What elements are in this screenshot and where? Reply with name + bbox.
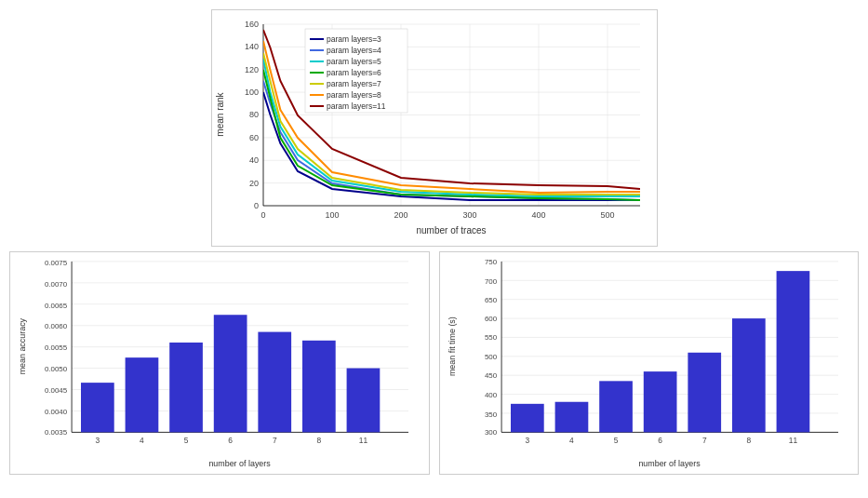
svg-rect-104 <box>511 404 544 433</box>
main-container: 0 20 40 60 80 100 120 140 160 0 100 200 … <box>0 0 868 498</box>
svg-text:300: 300 <box>484 428 497 437</box>
svg-rect-116 <box>776 271 809 432</box>
svg-text:400: 400 <box>484 391 497 399</box>
svg-text:7: 7 <box>273 436 277 445</box>
y-label-right: mean fit time (s) <box>447 316 457 376</box>
bottom-left-chart: 0.0035 0.0040 0.0045 0.0050 0.0055 0.006… <box>9 251 430 475</box>
x-axis-label: number of traces <box>416 225 486 236</box>
svg-text:700: 700 <box>484 277 497 286</box>
svg-text:550: 550 <box>484 333 497 342</box>
svg-text:4: 4 <box>569 436 574 445</box>
svg-text:param layers=5: param layers=5 <box>327 57 381 66</box>
svg-text:0.0040: 0.0040 <box>45 408 68 416</box>
svg-text:8: 8 <box>746 436 751 445</box>
svg-text:500: 500 <box>484 353 497 361</box>
bottom-left-svg: 0.0035 0.0040 0.0045 0.0050 0.0055 0.006… <box>10 252 429 474</box>
svg-text:6: 6 <box>658 436 662 445</box>
svg-rect-70 <box>126 357 159 432</box>
x-label-right: number of layers <box>638 459 701 468</box>
svg-text:0.0060: 0.0060 <box>45 322 68 330</box>
svg-text:5: 5 <box>613 436 618 445</box>
svg-text:8: 8 <box>317 436 322 445</box>
svg-text:500: 500 <box>600 210 614 220</box>
svg-rect-112 <box>688 353 721 433</box>
svg-text:4: 4 <box>140 436 144 445</box>
svg-text:0: 0 <box>260 210 265 220</box>
svg-rect-108 <box>599 381 633 432</box>
svg-text:100: 100 <box>325 210 339 220</box>
svg-text:param layers=6: param layers=6 <box>327 68 381 77</box>
svg-text:400: 400 <box>531 210 545 220</box>
svg-text:100: 100 <box>244 87 258 97</box>
svg-text:0.0055: 0.0055 <box>45 343 68 352</box>
svg-text:11: 11 <box>788 436 797 445</box>
svg-text:5: 5 <box>184 436 189 445</box>
svg-text:40: 40 <box>248 155 258 165</box>
bars-right: 3 4 5 6 7 8 11 <box>511 271 809 445</box>
bottom-row: 0.0035 0.0040 0.0045 0.0050 0.0055 0.006… <box>9 251 859 489</box>
svg-text:120: 120 <box>244 65 258 74</box>
svg-text:140: 140 <box>244 42 258 51</box>
y-labels: 0.0035 0.0040 0.0045 0.0050 0.0055 0.006… <box>45 259 68 437</box>
svg-rect-76 <box>258 332 291 433</box>
svg-text:param layers=3: param layers=3 <box>327 34 381 44</box>
svg-rect-114 <box>732 318 766 432</box>
svg-text:3: 3 <box>96 436 100 445</box>
bars-left: 3 4 5 6 7 8 <box>81 315 380 445</box>
svg-text:0.0035: 0.0035 <box>45 428 68 437</box>
svg-text:450: 450 <box>484 371 497 380</box>
svg-text:750: 750 <box>484 258 497 266</box>
svg-text:0.0045: 0.0045 <box>45 386 68 395</box>
svg-rect-68 <box>81 383 114 432</box>
svg-text:7: 7 <box>701 436 706 445</box>
legend: param layers=3 param layers=4 param laye… <box>305 29 407 113</box>
svg-text:0.0065: 0.0065 <box>45 302 68 310</box>
svg-rect-106 <box>554 402 588 433</box>
svg-text:11: 11 <box>359 436 368 445</box>
bottom-right-chart: 300 350 400 450 500 550 600 650 700 750 … <box>439 251 860 475</box>
svg-text:650: 650 <box>484 296 497 304</box>
y-axis-labels: 0 20 40 60 80 100 120 140 160 <box>244 20 258 210</box>
svg-text:3: 3 <box>525 436 529 445</box>
svg-text:param layers=8: param layers=8 <box>327 90 381 100</box>
top-row: 0 20 40 60 80 100 120 140 160 0 100 200 … <box>9 9 859 247</box>
svg-text:0.0075: 0.0075 <box>45 259 68 267</box>
svg-text:0.0070: 0.0070 <box>45 280 68 289</box>
y-labels-right: 300 350 400 450 500 550 600 650 700 750 <box>484 258 497 437</box>
svg-text:80: 80 <box>248 110 258 119</box>
svg-text:60: 60 <box>248 133 258 142</box>
svg-text:350: 350 <box>484 411 497 419</box>
svg-text:param layers=7: param layers=7 <box>327 79 381 88</box>
x-label-left: number of layers <box>208 459 271 468</box>
svg-rect-72 <box>169 343 203 432</box>
svg-text:6: 6 <box>228 436 233 445</box>
y-label-left: mean accuracy <box>18 317 27 374</box>
svg-text:param layers=4: param layers=4 <box>327 46 381 55</box>
svg-text:0: 0 <box>253 201 258 210</box>
svg-text:600: 600 <box>484 315 497 323</box>
top-chart-svg: 0 20 40 60 80 100 120 140 160 0 100 200 … <box>212 10 659 248</box>
svg-rect-80 <box>347 369 381 433</box>
svg-rect-78 <box>302 341 336 433</box>
svg-text:300: 300 <box>462 210 476 220</box>
bottom-right-svg: 300 350 400 450 500 550 600 650 700 750 … <box>440 252 859 474</box>
svg-text:0.0050: 0.0050 <box>45 365 68 373</box>
svg-rect-110 <box>643 371 676 432</box>
y-axis-label: mean rank <box>215 91 225 136</box>
top-chart: 0 20 40 60 80 100 120 140 160 0 100 200 … <box>211 9 658 247</box>
svg-text:200: 200 <box>394 210 407 220</box>
svg-rect-74 <box>214 315 247 432</box>
svg-text:param layers=11: param layers=11 <box>327 101 386 111</box>
svg-text:160: 160 <box>244 20 258 29</box>
svg-text:20: 20 <box>248 179 258 188</box>
x-axis-labels: 0 100 200 300 400 500 <box>260 210 614 220</box>
